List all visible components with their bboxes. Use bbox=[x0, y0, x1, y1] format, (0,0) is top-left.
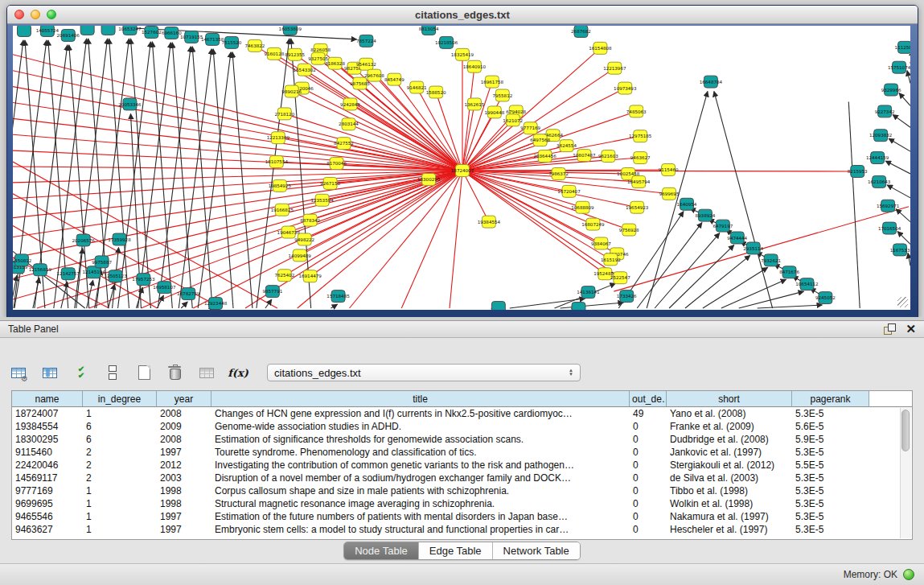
node-label: 16210643 bbox=[868, 179, 891, 184]
network-canvas[interactable]: 7463822916012889123558226058932750581863… bbox=[13, 26, 910, 310]
table-cell: 1 bbox=[83, 407, 157, 420]
table-row[interactable]: 946554611997Estimation of the future num… bbox=[12, 510, 912, 523]
memory-status-indicator[interactable] bbox=[903, 569, 914, 580]
table-panel-header: Table Panel ✕ bbox=[0, 321, 924, 338]
memory-status-label: Memory: OK bbox=[844, 569, 897, 580]
node-label: 12213369 bbox=[267, 135, 290, 140]
node-label: 14136141 bbox=[577, 290, 600, 295]
network-window: citations_edges.txt 74638229160128891235… bbox=[6, 5, 918, 319]
node-label: 1527602 bbox=[142, 30, 162, 35]
table-row[interactable]: 2242004622012Investigating the contribut… bbox=[12, 459, 912, 472]
table-row[interactable]: 946362711997Embryonic stem cells: a mode… bbox=[12, 523, 912, 536]
select-columns-button[interactable]: ✔✔ bbox=[71, 362, 92, 383]
column-header[interactable]: short bbox=[667, 391, 792, 407]
node-label: 8878342 bbox=[300, 218, 320, 223]
graph-node[interactable] bbox=[80, 26, 94, 35]
node-label: 9384067 bbox=[591, 241, 611, 246]
table-row[interactable]: 1456911722003Disruption of a novel membe… bbox=[12, 472, 912, 484]
table-cell: 0 bbox=[630, 433, 667, 446]
table-row[interactable]: 1872400712008Changes of HCN gene express… bbox=[12, 407, 912, 420]
table-cell: Structural magnetic resonance image aver… bbox=[211, 497, 630, 510]
node-label: 7986372 bbox=[548, 171, 569, 176]
table-selector-dropdown[interactable]: citations_edges.txt ▲▼ bbox=[267, 364, 581, 381]
node-label: 1621072 bbox=[503, 118, 523, 123]
close-panel-icon[interactable]: ✕ bbox=[906, 323, 916, 335]
node-label: 8427552 bbox=[334, 141, 354, 146]
table-cell: Investigating the contribution of common… bbox=[211, 459, 630, 472]
close-window-button[interactable] bbox=[14, 10, 24, 19]
graph-node[interactable] bbox=[572, 303, 585, 310]
node-label: 12093832 bbox=[869, 133, 892, 138]
tab-network-table[interactable]: Network Table bbox=[493, 542, 580, 559]
table-cell: Tourette syndrome. Phenomenology and cla… bbox=[211, 446, 630, 459]
table-cell: Yano et al. (2008) bbox=[667, 407, 792, 420]
tab-node-table[interactable]: Node Table bbox=[344, 542, 419, 559]
function-icon: f(x) bbox=[228, 367, 248, 379]
table-header-row: namein_degreeyeartitle△out_de…shortpager… bbox=[12, 391, 912, 407]
minimize-window-button[interactable] bbox=[31, 10, 40, 19]
table-row[interactable]: 1830029562008Estimation of significance … bbox=[12, 433, 912, 446]
node-label: 8912355 bbox=[285, 52, 305, 57]
table-panel: Table Panel ✕ ⚙ ✔✔ f(x) cita bbox=[0, 320, 924, 564]
edge bbox=[213, 49, 233, 308]
column-header[interactable]: title bbox=[211, 391, 630, 407]
window-titlebar[interactable]: citations_edges.txt bbox=[7, 6, 918, 24]
table-selector-value: citations_edges.txt bbox=[274, 367, 361, 379]
node-label: 7485063 bbox=[626, 109, 647, 114]
citation-network-graph[interactable]: 7463822916012889123558226058932750581863… bbox=[13, 26, 910, 310]
table-cell: 9777169 bbox=[12, 484, 83, 497]
delete-column-button[interactable] bbox=[165, 362, 186, 383]
selected-edge bbox=[13, 118, 462, 171]
graph-node[interactable] bbox=[17, 26, 31, 36]
column-header[interactable]: year bbox=[157, 391, 211, 407]
float-panel-icon[interactable] bbox=[884, 323, 896, 335]
header-filler bbox=[869, 391, 912, 407]
node-label: 9498222 bbox=[294, 237, 314, 242]
import-table-button[interactable] bbox=[196, 362, 217, 383]
table-cell: Hescheler et al. (1997) bbox=[667, 523, 792, 536]
table-cell: 18724007 bbox=[12, 407, 83, 420]
node-label: 16648784 bbox=[700, 80, 723, 84]
column-header[interactable]: pagerank bbox=[792, 391, 869, 407]
table-cell: 5.3E-5 bbox=[792, 497, 869, 510]
column-header[interactable]: △out_de… bbox=[630, 391, 667, 407]
column-header[interactable]: name bbox=[12, 391, 83, 407]
node-label: 6966160 bbox=[162, 31, 182, 35]
zoom-window-button[interactable] bbox=[47, 10, 56, 19]
node-label: 12145194 bbox=[82, 270, 105, 274]
table-row[interactable]: 969969511998Structural magnetic resonanc… bbox=[12, 497, 912, 510]
table-settings-button[interactable]: ⚙ bbox=[8, 362, 29, 383]
table-cell: 2003 bbox=[157, 472, 211, 484]
node-label: 15720407 bbox=[557, 189, 581, 194]
new-column-button[interactable] bbox=[133, 362, 154, 383]
node-label: 18325419 bbox=[451, 52, 474, 57]
function-builder-button[interactable]: f(x) bbox=[228, 362, 248, 383]
table-cell: 2 bbox=[83, 446, 157, 459]
node-label: 1990448 bbox=[484, 110, 504, 115]
table-row[interactable]: 1938455462009Genome-wide association stu… bbox=[12, 420, 912, 433]
column-header[interactable]: in_degree bbox=[83, 391, 157, 407]
graph-node[interactable] bbox=[491, 302, 505, 310]
row-height-button[interactable] bbox=[102, 362, 123, 383]
show-columns-button[interactable] bbox=[39, 362, 60, 383]
gear-icon: ⚙ bbox=[21, 375, 28, 383]
node-label: 7463822 bbox=[245, 43, 265, 48]
node-label: 9267150 bbox=[320, 181, 340, 186]
selected-edge bbox=[462, 67, 474, 171]
table-scrollbar[interactable] bbox=[900, 408, 911, 538]
table-cell: 0 bbox=[630, 472, 667, 484]
edge bbox=[637, 223, 702, 308]
graph-node[interactable] bbox=[101, 26, 115, 35]
edge bbox=[109, 39, 129, 308]
edge bbox=[721, 279, 786, 308]
table-row[interactable]: 911546021997Tourette syndrome. Phenomeno… bbox=[12, 446, 912, 459]
node-label: 14055724 bbox=[36, 28, 60, 33]
scrollbar-thumb[interactable] bbox=[901, 410, 910, 451]
node-label: 1640954 bbox=[677, 202, 697, 207]
node-label: 18724007 bbox=[451, 168, 474, 173]
resize-grip[interactable] bbox=[897, 297, 908, 307]
table-row[interactable]: 977716911998Corpus callosum shape and si… bbox=[12, 484, 912, 497]
node-label: 1615192 bbox=[601, 257, 621, 262]
table-cell: 9463627 bbox=[12, 523, 83, 536]
tab-edge-table[interactable]: Edge Table bbox=[419, 542, 493, 559]
